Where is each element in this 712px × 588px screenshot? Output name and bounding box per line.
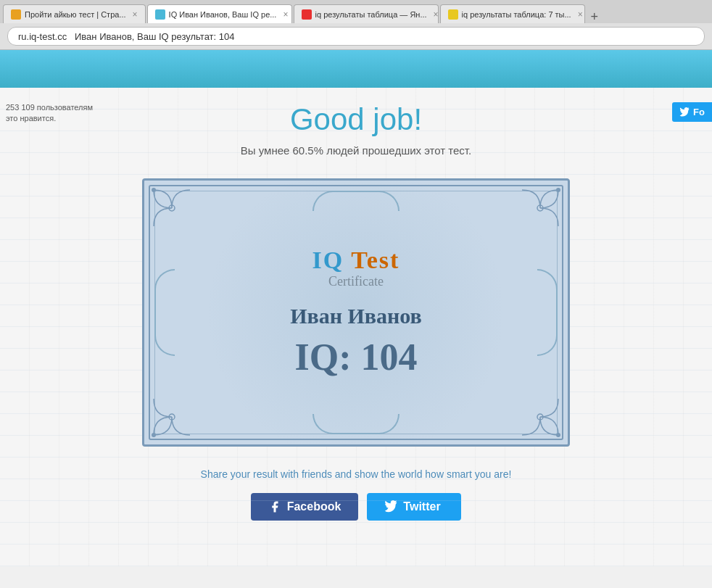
tab-1-label: Пройти айкью тест | Стра... [25,10,126,19]
browser-tabs-bar: Пройти айкью тест | Стра... × IQ Иван Ив… [0,0,712,23]
tab-2-close[interactable]: × [283,9,288,20]
certificate-wrapper: IQ Test Certificate Иван Иванов IQ: 104 [0,178,712,447]
svg-point-0 [152,188,156,192]
cert-top-arc [312,191,400,211]
cert-corner-tl [150,186,194,230]
share-buttons: Facebook Twitter [0,493,712,521]
facebook-button-label: Facebook [287,500,341,513]
page-content: 253 109 пользователям это нравится. Fo G… [0,88,712,566]
cert-iq-number: 104 [361,336,418,378]
cert-corner-br [518,395,562,439]
cert-title: IQ Test [312,247,400,274]
tab-2-label: IQ Иван Иванов, Ваш IQ ре... [169,10,277,19]
sub-heading: Вы умнее 60.5% людей прошедших этот тест… [0,144,712,157]
svg-point-4 [152,433,156,437]
share-text: Share your result with friends and show … [0,468,712,480]
svg-point-2 [556,188,560,192]
cert-iq-score: IQ: 104 [295,336,418,378]
tab-4-close[interactable]: × [578,9,583,20]
facebook-icon [268,500,281,513]
new-tab-button[interactable]: + [587,10,603,23]
side-note-text: 253 109 пользователям это нравится. [6,103,93,123]
cert-side-left [154,269,175,356]
twitter-top-label: Fo [693,107,705,117]
side-note: 253 109 пользователям это нравится. [0,102,105,125]
cert-iq-label: IQ: [295,336,352,378]
cert-name: Иван Иванов [290,304,422,328]
svg-point-6 [556,433,560,437]
tab-1-close[interactable]: × [133,9,138,20]
cert-iq-word: IQ [312,247,344,273]
tab-3-icon [302,9,312,20]
address-input[interactable] [7,27,705,46]
cert-corner-tr [518,186,562,230]
certificate: IQ Test Certificate Иван Иванов IQ: 104 [142,178,570,447]
tab-3[interactable]: iq результаты таблица — Ян... × [294,4,439,23]
cert-bottom-arc [312,414,400,434]
twitter-icon [384,500,397,513]
twitter-button[interactable]: Twitter [367,493,461,521]
cert-side-right [537,269,558,356]
tab-2-icon [155,9,165,20]
twitter-top-button[interactable]: Fo [672,102,712,122]
site-header-bar [0,50,712,88]
tab-4[interactable]: iq результаты таблица: 7 ты... × [440,4,585,23]
tab-1[interactable]: Пройти айкью тест | Стра... × [3,4,146,23]
tab-4-icon [448,9,458,20]
cert-test-word: Test [344,247,400,273]
tab-2[interactable]: IQ Иван Иванов, Ваш IQ ре... × [147,4,292,23]
tab-4-label: iq результаты таблица: 7 ты... [462,10,571,19]
cert-subtitle: Certificate [328,274,384,289]
tab-3-label: iq результаты таблица — Ян... [315,10,427,19]
main-heading: Good job! [0,102,712,137]
address-bar [0,23,712,50]
cert-corner-bl [150,395,194,439]
twitter-button-label: Twitter [403,500,440,513]
tab-3-close[interactable]: × [434,9,439,20]
tab-1-icon [11,9,21,20]
twitter-top-icon [679,107,690,117]
facebook-button[interactable]: Facebook [251,493,359,521]
